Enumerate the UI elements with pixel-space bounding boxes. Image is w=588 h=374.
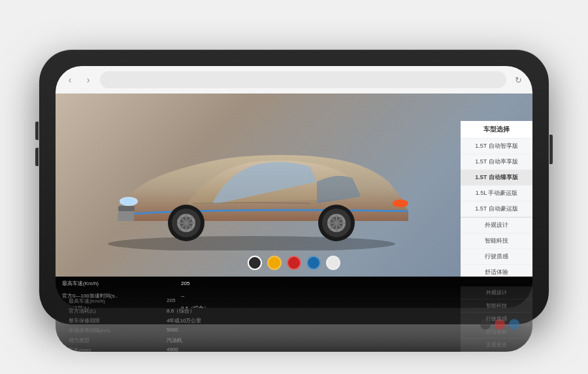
panel-item-4[interactable]: 1.5T 自动豪运版: [461, 201, 532, 217]
panel-category-1[interactable]: 智能科技: [461, 233, 532, 249]
volume-up-button[interactable]: [35, 122, 39, 140]
swatch-white[interactable]: [326, 256, 340, 270]
ref-panel-item-2: 行驶质感: [461, 313, 532, 326]
phone-screen: ‹ › ↻: [56, 66, 532, 308]
swatch-black[interactable]: [248, 256, 262, 270]
panel-title: 车型选择: [461, 121, 532, 139]
forward-button[interactable]: ›: [82, 73, 95, 86]
ref-spec-label-1: 官方油耗(L): [69, 307, 167, 314]
swatch-blue[interactable]: [306, 256, 321, 270]
ref-spec-value-0: 205: [167, 298, 175, 305]
panel-item-0[interactable]: 1.5T 自动智享版: [461, 139, 532, 154]
ref-spec-value-3: 5000: [167, 327, 178, 334]
volume-down-button[interactable]: [35, 148, 39, 166]
swatch-red[interactable]: [287, 256, 301, 270]
scene: ‹ › ↻: [13, 10, 575, 364]
address-bar[interactable]: [100, 71, 506, 88]
svg-point-4: [393, 199, 408, 207]
power-button[interactable]: [549, 135, 553, 164]
browser-chrome: ‹ › ↻: [56, 66, 532, 94]
panel-item-2[interactable]: 1.5T 自动臻享版: [461, 170, 532, 186]
ref-spec-value-2: 4年或10万公里: [167, 317, 201, 324]
ref-spec-label-3: 常规保养间隔(km): [69, 327, 167, 334]
svg-point-3: [123, 198, 135, 205]
ref-spec-value-1: 8.6（综合）: [167, 307, 195, 314]
phone-body: ‹ › ↻: [39, 50, 549, 324]
svg-rect-1: [118, 206, 135, 211]
ref-spec-label-2: 整车保修期限: [69, 317, 167, 324]
reflection: 最高车速(Km/h) 205 官方油耗(L) 8.6（综合） 整车保修期限 4年…: [56, 286, 532, 352]
panel-item-3[interactable]: 1.5L 手动豪运版: [461, 186, 532, 201]
ref-spec-value-4: 汽油机: [167, 337, 182, 344]
ref-panel-item-1: 智能科技: [461, 299, 532, 313]
svg-point-0: [108, 236, 395, 250]
car-image: [82, 120, 421, 250]
ref-panel-item-3: 舒适体验: [461, 326, 532, 339]
car-display-area: 车型选择 1.5T 自动智享版 1.5T 自动率享版 1.5T 自动臻享版 1.…: [56, 94, 532, 277]
color-swatches: [248, 256, 340, 270]
panel-item-1[interactable]: 1.5T 自动率享版: [461, 154, 532, 170]
panel-category-2[interactable]: 行驶质感: [461, 249, 532, 265]
ref-panel-item-0: 外观设计: [461, 286, 532, 299]
ref-spec-label-5: 车长(mm): [69, 347, 167, 352]
ref-spec-label-4: 动力类型: [69, 337, 167, 344]
back-button[interactable]: ‹: [63, 73, 76, 86]
panel-category-0[interactable]: 外观设计: [461, 218, 532, 233]
right-panel: 车型选择 1.5T 自动智享版 1.5T 自动率享版 1.5T 自动臻享版 1.…: [461, 121, 532, 277]
reflection-right-panel: 外观设计智能科技行驶质感舒适体验五星安全: [461, 286, 532, 352]
ref-spec-value-5: 4900: [167, 347, 178, 352]
ref-panel-item-4: 五星安全: [461, 339, 532, 352]
swatch-yellow[interactable]: [267, 256, 282, 270]
ref-spec-label-0: 最高车速(Km/h): [69, 298, 167, 305]
panel-category-3[interactable]: 舒适体验: [461, 265, 532, 277]
refresh-button[interactable]: ↻: [512, 73, 525, 86]
